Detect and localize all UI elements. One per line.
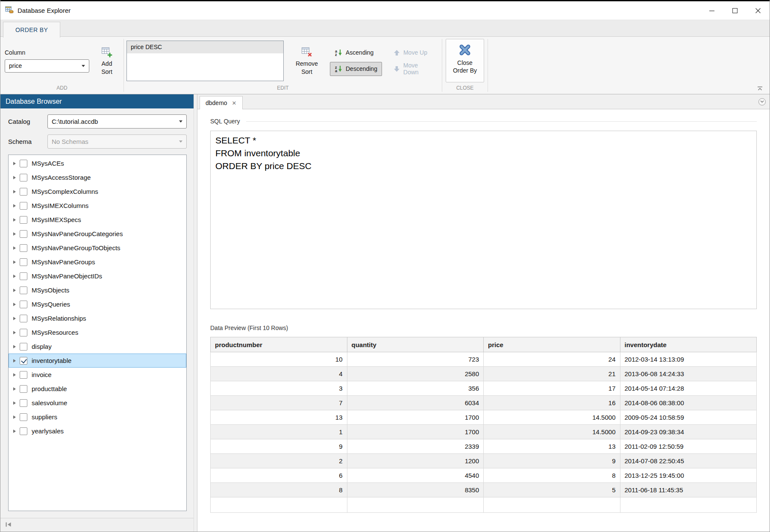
table-cell[interactable]: 5 xyxy=(484,483,620,497)
table-cell[interactable]: 13 xyxy=(484,439,620,454)
column-header-productnumber[interactable]: productnumber xyxy=(211,337,347,352)
tree-item-MSysQueries[interactable]: MSysQueries xyxy=(9,297,186,311)
expand-arrow-icon[interactable] xyxy=(13,176,16,179)
table-cell[interactable]: 723 xyxy=(347,352,484,367)
expand-arrow-icon[interactable] xyxy=(13,204,16,208)
table-cell[interactable]: 2014-05-14 07:14:28 xyxy=(620,381,757,396)
table-cell[interactable]: 2013-06-08 14:24:33 xyxy=(620,367,757,381)
table-cell[interactable]: 2013-12-25 19:45:00 xyxy=(620,468,757,483)
close-tab-icon[interactable]: ✕ xyxy=(232,100,237,106)
table-checkbox[interactable] xyxy=(20,413,27,421)
table-cell[interactable]: 2011-06-18 11:45:35 xyxy=(620,483,757,497)
table-cell[interactable]: 6034 xyxy=(347,396,484,410)
table-cell[interactable]: 2014-08-06 08:38:00 xyxy=(620,396,757,410)
expand-arrow-icon[interactable] xyxy=(13,162,16,165)
table-checkbox[interactable] xyxy=(20,301,27,308)
table-cell[interactable]: 2012-03-14 13:13:09 xyxy=(620,352,757,367)
table-checkbox[interactable] xyxy=(20,160,27,167)
expand-arrow-icon[interactable] xyxy=(13,331,16,334)
table-row[interactable]: 13170014.50002009-05-24 10:58:59 xyxy=(211,410,757,425)
minimize-button[interactable] xyxy=(700,1,723,20)
remove-sort-button[interactable]: Remove Sort xyxy=(291,44,323,77)
ascending-button[interactable]: a z Ascending xyxy=(330,46,382,60)
table-checkbox[interactable] xyxy=(20,385,27,393)
expand-arrow-icon[interactable] xyxy=(13,401,16,405)
table-checkbox[interactable] xyxy=(20,329,27,336)
sql-query-editor[interactable]: SELECT *FROM inventorytableORDER BY pric… xyxy=(210,131,757,309)
table-cell[interactable]: 17 xyxy=(484,381,620,396)
tree-item-MSysACEs[interactable]: MSysACEs xyxy=(9,156,186,170)
expand-arrow-icon[interactable] xyxy=(13,415,16,419)
expand-arrow-icon[interactable] xyxy=(13,289,16,292)
expand-arrow-icon[interactable] xyxy=(13,387,16,391)
table-cell[interactable]: 8350 xyxy=(347,483,484,497)
table-cell[interactable]: 2580 xyxy=(347,367,484,381)
table-cell[interactable]: 24 xyxy=(484,352,620,367)
table-checkbox[interactable] xyxy=(20,357,27,365)
table-cell[interactable]: 1200 xyxy=(347,454,484,468)
expand-arrow-icon[interactable] xyxy=(13,373,16,377)
tree-item-MSysNavPaneGroupCategories[interactable]: MSysNavPaneGroupCategories xyxy=(9,227,186,241)
table-checkbox[interactable] xyxy=(20,258,27,266)
tree-item-display[interactable]: display xyxy=(9,339,186,354)
table-row[interactable]: 10723242012-03-14 13:13:09 xyxy=(211,352,757,367)
tree-item-invoice[interactable]: invoice xyxy=(9,368,186,382)
table-checkbox[interactable] xyxy=(20,188,27,196)
table-checkbox[interactable] xyxy=(20,216,27,224)
tree-item-MSysAccessStorage[interactable]: MSysAccessStorage xyxy=(9,170,186,184)
table-cell[interactable]: 14.5000 xyxy=(484,410,620,425)
table-checkbox[interactable] xyxy=(20,272,27,280)
move-up-button[interactable]: Move Up xyxy=(389,46,439,60)
close-order-by-button[interactable]: Close Order By xyxy=(446,39,484,82)
catalog-combobox[interactable]: C:\tutorial.accdb xyxy=(47,114,187,129)
table-cell[interactable]: 2014-09-23 09:38:34 xyxy=(620,425,757,439)
tree-item-salesvolume[interactable]: salesvolume xyxy=(9,396,186,410)
table-cell[interactable]: 13 xyxy=(211,410,347,425)
table-row[interactable]: 2120092014-07-08 22:50:45 xyxy=(211,454,757,468)
tree-item-MSysNavPaneObjectIDs[interactable]: MSysNavPaneObjectIDs xyxy=(9,269,186,283)
tree-item-MSysNavPaneGroups[interactable]: MSysNavPaneGroups xyxy=(9,255,186,269)
tab-dbdemo[interactable]: dbdemo ✕ xyxy=(200,96,243,109)
table-cell[interactable]: 2 xyxy=(211,454,347,468)
table-cell[interactable]: 3 xyxy=(211,381,347,396)
column-combobox[interactable]: price xyxy=(5,59,89,73)
descending-button[interactable]: z a Descending xyxy=(330,62,382,76)
tree-item-MSysIMEXSpecs[interactable]: MSysIMEXSpecs xyxy=(9,213,186,227)
table-cell[interactable]: 1700 xyxy=(347,425,484,439)
tree-item-inventorytable[interactable]: inventorytable xyxy=(9,354,186,368)
column-header-inventorydate[interactable]: inventorydate xyxy=(620,337,757,352)
expand-arrow-icon[interactable] xyxy=(13,303,16,306)
expand-arrow-icon[interactable] xyxy=(13,232,16,236)
table-cell[interactable]: 7 xyxy=(211,396,347,410)
sort-list-item[interactable]: price DESC xyxy=(127,41,283,53)
table-checkbox[interactable] xyxy=(20,399,27,407)
expand-arrow-icon[interactable] xyxy=(13,275,16,278)
expand-arrow-icon[interactable] xyxy=(13,218,16,222)
table-checkbox[interactable] xyxy=(20,286,27,294)
table-cell[interactable]: 2014-07-08 22:50:45 xyxy=(620,454,757,468)
table-row[interactable]: 76034162014-08-06 08:38:00 xyxy=(211,396,757,410)
expand-arrow-icon[interactable] xyxy=(13,260,16,264)
table-checkbox[interactable] xyxy=(20,315,27,322)
tree-item-suppliers[interactable]: suppliers xyxy=(9,410,186,424)
table-checkbox[interactable] xyxy=(20,343,27,351)
column-header-price[interactable]: price xyxy=(484,337,620,352)
table-checkbox[interactable] xyxy=(20,202,27,210)
table-cell[interactable]: 9 xyxy=(484,454,620,468)
tab-actions-button[interactable] xyxy=(758,98,766,105)
table-cell[interactable]: 9 xyxy=(211,439,347,454)
move-down-button[interactable]: Move Down xyxy=(389,62,439,76)
table-cell[interactable]: 16 xyxy=(484,396,620,410)
sort-list[interactable]: price DESC xyxy=(126,41,284,81)
panel-splitter[interactable] xyxy=(194,94,197,532)
table-cell[interactable]: 4 xyxy=(211,367,347,381)
table-row[interactable]: 42580212013-06-08 14:24:33 xyxy=(211,367,757,381)
add-sort-button[interactable]: Add Sort xyxy=(94,44,120,77)
tree-item-MSysObjects[interactable]: MSysObjects xyxy=(9,283,186,297)
table-row[interactable]: 8835052011-06-18 11:45:35 xyxy=(211,483,757,497)
tree-item-MSysNavPaneGroupToObjects[interactable]: MSysNavPaneGroupToObjects xyxy=(9,241,186,255)
table-cell[interactable]: 356 xyxy=(347,381,484,396)
tree-item-MSysResources[interactable]: MSysResources xyxy=(9,325,186,339)
expand-arrow-icon[interactable] xyxy=(13,190,16,193)
expand-arrow-icon[interactable] xyxy=(13,317,16,320)
